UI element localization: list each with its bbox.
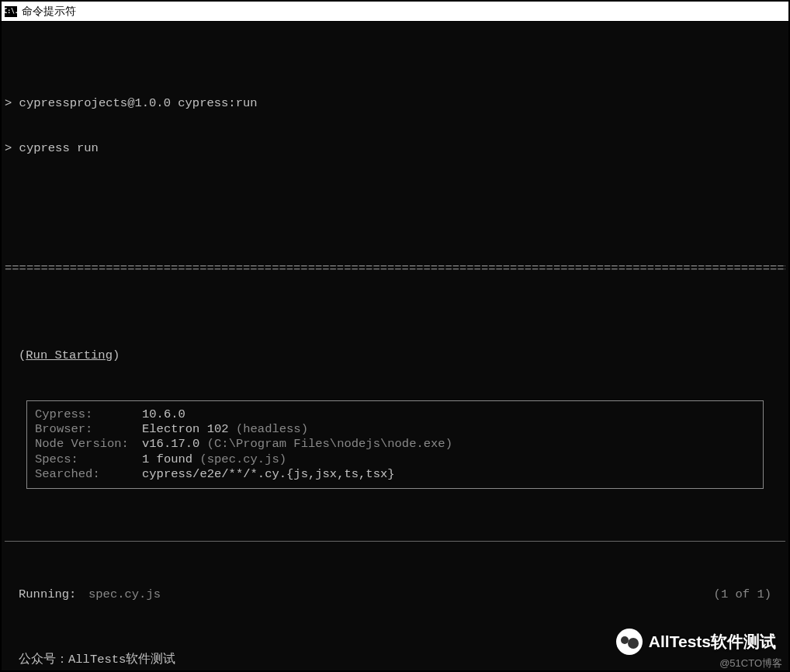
info-row: Cypress:10.6.0 [35,407,755,422]
info-label: Cypress: [35,407,142,422]
divider-line: ========================================… [5,262,785,276]
info-value: cypress/e2e/**/*.cy.{js,jsx,ts,tsx} [142,467,395,482]
info-label: Searched: [35,467,142,482]
running-label: Running: [19,587,88,602]
info-value: 10.6.0 [142,407,185,422]
info-row: Specs:1 found (spec.cy.js) [35,452,755,467]
watermark: AllTests软件测试 [616,629,776,655]
running-count: (1 of 1) [714,587,771,602]
command-line-1: > cypressprojects@1.0.0 cypress:run [5,96,785,111]
run-starting-box: Cypress:10.6.0Browser:Electron 102 (head… [26,400,764,490]
info-label: Node Version: [35,437,142,452]
running-file: spec.cy.js [88,587,714,602]
info-value-dim: (headless) [229,422,308,437]
info-value-dim: (C:\Program Files\nodejs\node.exe) [199,437,452,452]
info-row: Searched:cypress/e2e/**/*.cy.{js,jsx,ts,… [35,467,755,482]
run-starting-header: (Run Starting) [19,348,785,363]
watermark-text: AllTests软件测试 [649,631,776,653]
attribution: @51CTO博客 [719,656,782,670]
terminal-window: C:\. 命令提示符 > cypressprojects@1.0.0 cypre… [0,0,790,672]
info-row: Node Version:v16.17.0 (C:\Program Files\… [35,437,755,452]
titlebar[interactable]: C:\. 命令提示符 [2,2,788,22]
wechat-icon [616,629,643,655]
info-value-dim: (spec.cy.js) [192,452,286,467]
horizontal-separator [5,541,785,542]
info-label: Specs: [35,452,142,467]
info-value: 1 found [142,452,192,467]
info-value: Electron 102 [142,422,229,437]
info-row: Browser:Electron 102 (headless) [35,422,755,437]
window-title: 命令提示符 [22,5,76,19]
terminal-body[interactable]: > cypressprojects@1.0.0 cypress:run > cy… [2,22,788,670]
command-line-2: > cypress run [5,141,785,156]
info-value: v16.17.0 [142,437,199,452]
running-row: Running: spec.cy.js (1 of 1) [5,587,785,602]
info-label: Browser: [35,422,142,437]
cmd-icon: C:\. [5,6,17,17]
